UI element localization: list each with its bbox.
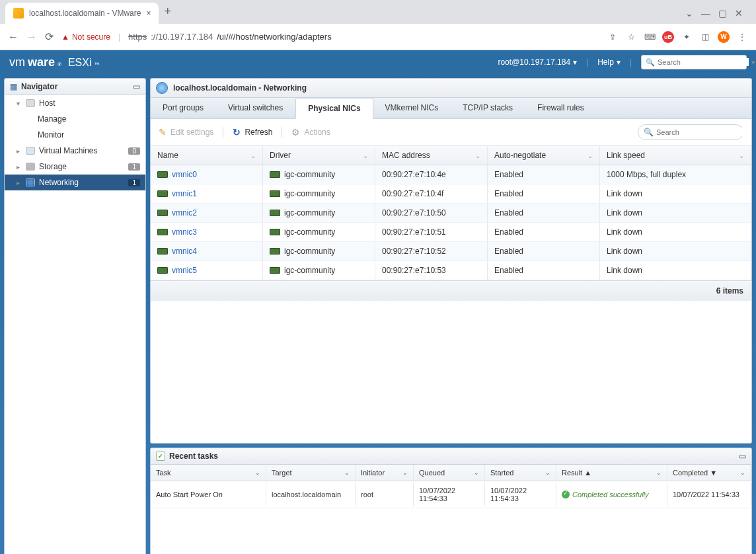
column-header-auto-negotiate[interactable]: Auto-negotiate⌄ <box>488 146 600 165</box>
profile-avatar[interactable]: W <box>718 31 730 43</box>
translate-icon[interactable]: ⌨ <box>644 31 656 43</box>
tree-item-label: Virtual Machines <box>39 146 98 155</box>
table-row[interactable]: vmnic4igc-community00:90:27:e7:10:52Enab… <box>151 242 751 261</box>
favicon <box>13 8 24 19</box>
search-input[interactable] <box>658 58 749 66</box>
maximize-icon[interactable]: ▢ <box>718 8 727 19</box>
tasks-header: ✓ Recent tasks ▭ <box>151 448 751 465</box>
toolbar: ✎ Edit settings ↻ Refresh ⚙ Actions 🔍 <box>151 119 751 146</box>
nic-icon <box>270 267 280 274</box>
count-badge: 1 <box>128 163 140 171</box>
table-row[interactable]: vmnic3igc-community00:90:27:e7:10:51Enab… <box>151 223 751 242</box>
share-icon[interactable]: ⇪ <box>607 31 619 43</box>
nic-link[interactable]: vmnic1 <box>172 189 197 198</box>
close-window-icon[interactable]: ✕ <box>735 8 743 19</box>
grid-search[interactable]: 🔍 <box>638 124 743 140</box>
global-search[interactable]: 🔍 ▾ <box>641 55 747 69</box>
nic-icon <box>157 210 168 216</box>
task-column-result[interactable]: Result ▲⌄ <box>556 465 667 481</box>
nic-link[interactable]: vmnic0 <box>172 170 197 179</box>
column-header-driver[interactable]: Driver⌄ <box>263 146 375 165</box>
sidebar-item-monitor[interactable]: Monitor <box>5 127 145 143</box>
close-tab-icon[interactable]: × <box>146 9 151 18</box>
table-row[interactable]: vmnic5igc-community00:90:27:e7:10:53Enab… <box>151 261 751 280</box>
security-warning[interactable]: ▲ Not secure <box>61 32 110 42</box>
edit-settings-button[interactable]: ✎ Edit settings <box>159 127 213 138</box>
breadcrumb: localhost.localdomain - Networking <box>173 83 307 93</box>
sort-icon: ⌄ <box>363 152 368 159</box>
caret-down-icon[interactable]: ⌄ <box>685 8 693 19</box>
minimize-icon[interactable]: — <box>701 8 710 19</box>
sort-icon: ⌄ <box>587 152 593 159</box>
app-topbar: vmware® ESXi™ root@10.197.17.184 ▾ | Hel… <box>0 50 756 74</box>
column-header-name[interactable]: Name⌄ <box>151 146 263 165</box>
sort-icon: ⌄ <box>474 469 479 476</box>
column-header-link-speed[interactable]: Link speed⌄ <box>600 146 751 165</box>
task-column-completed[interactable]: Completed ▼⌄ <box>667 465 751 481</box>
task-column-target[interactable]: Target⌄ <box>266 465 356 481</box>
reload-button[interactable]: ⟳ <box>45 30 54 43</box>
task-row[interactable]: Auto Start Power Onlocalhost.localdomain… <box>151 481 751 508</box>
content-header: localhost.localdomain - Networking <box>151 79 751 98</box>
user-menu[interactable]: root@10.197.17.184 ▾ <box>498 58 577 67</box>
sidebar-item-virtual-machines[interactable]: ▸Virtual Machines0 <box>5 143 145 159</box>
tab-tcp-ip-stacks[interactable]: TCP/IP stacks <box>451 98 525 118</box>
window-controls: ⌄ — ▢ ✕ <box>677 3 751 24</box>
actions-button[interactable]: ⚙ Actions <box>291 127 330 138</box>
column-header-mac-address[interactable]: MAC address⌄ <box>375 146 488 165</box>
extensions-icon[interactable]: ✦ <box>681 31 693 43</box>
task-column-queued[interactable]: Queued⌄ <box>414 465 485 481</box>
collapse-icon[interactable]: ▭ <box>133 82 140 91</box>
sidebar-item-manage[interactable]: Manage <box>5 111 145 127</box>
grid-search-input[interactable] <box>656 128 747 136</box>
sidebar-item-storage[interactable]: ▸Storage1 <box>5 159 145 175</box>
forward-button[interactable]: → <box>26 31 37 43</box>
tree-item-label: Manage <box>38 114 66 124</box>
nic-link[interactable]: vmnic2 <box>172 208 197 218</box>
nic-icon <box>270 210 280 216</box>
tab-physical-nics[interactable]: Physical NICs <box>295 98 373 119</box>
nic-link[interactable]: vmnic3 <box>172 227 197 237</box>
nic-icon <box>157 190 168 197</box>
sidebar-item-networking[interactable]: ▸Networking1 <box>5 175 145 190</box>
tree-arrow-icon: ▸ <box>17 163 22 171</box>
task-column-started[interactable]: Started⌄ <box>485 465 556 481</box>
sidebar-item-host[interactable]: ▾Host <box>5 95 145 111</box>
browser-tab[interactable]: localhost.localdomain - VMware × <box>5 3 159 24</box>
task-column-task[interactable]: Task⌄ <box>151 465 266 481</box>
sidepanel-icon[interactable]: ◫ <box>699 31 711 43</box>
nic-link[interactable]: vmnic4 <box>172 247 197 256</box>
nic-link[interactable]: vmnic5 <box>172 266 197 275</box>
tasks-title: Recent tasks <box>169 452 218 461</box>
expand-icon[interactable]: ▭ <box>739 452 746 461</box>
bookmark-icon[interactable]: ☆ <box>625 31 637 43</box>
brand-logo: vmware® ESXi™ <box>9 56 100 69</box>
sort-icon: ⌄ <box>250 152 256 159</box>
tab-vmkernel-nics[interactable]: VMkernel NICs <box>373 98 451 118</box>
nic-icon <box>270 171 280 178</box>
tree-item-label: Host <box>39 99 56 108</box>
tab-port-groups[interactable]: Port groups <box>151 98 216 118</box>
nic-icon <box>270 248 280 255</box>
new-tab-button[interactable]: + <box>159 0 176 24</box>
url-input[interactable]: https://10.197.17.184/ui/#/host/networki… <box>128 32 599 42</box>
pencil-icon: ✎ <box>159 127 167 138</box>
help-menu[interactable]: Help ▾ <box>597 58 621 67</box>
chevron-down-icon: ▾ <box>617 58 621 67</box>
back-button[interactable]: ← <box>8 31 19 43</box>
tab-firewall-rules[interactable]: Firewall rules <box>525 98 597 118</box>
table-row[interactable]: vmnic2igc-community00:90:27:e7:10:50Enab… <box>151 204 751 223</box>
table-row[interactable]: vmnic1igc-community00:90:27:e7:10:4fEnab… <box>151 184 751 204</box>
menu-icon[interactable]: ⋮ <box>736 31 748 43</box>
table-row[interactable]: vmnic0igc-community00:90:27:e7:10:4eEnab… <box>151 165 751 184</box>
tree-item-icon <box>26 178 35 186</box>
tasks-icon: ✓ <box>156 452 165 461</box>
edit-label: Edit settings <box>170 128 213 137</box>
ublock-icon[interactable]: uB <box>662 31 674 43</box>
count-badge: 1 <box>128 179 140 186</box>
gear-icon: ⚙ <box>291 127 300 138</box>
tab-virtual-switches[interactable]: Virtual switches <box>216 98 295 118</box>
chevron-down-icon: ▾ <box>751 58 755 67</box>
refresh-button[interactable]: ↻ Refresh <box>233 127 272 138</box>
task-column-initiator[interactable]: Initiator⌄ <box>356 465 414 481</box>
